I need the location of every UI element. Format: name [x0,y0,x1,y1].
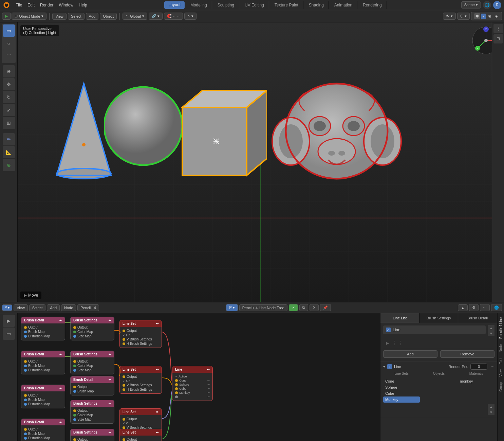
tab-line-list[interactable]: Line List [380,313,419,323]
rotate-tool[interactable]: ↻ [3,91,15,103]
menu-render[interactable]: Render [37,2,56,8]
blender-logo[interactable] [3,1,10,9]
icon-tool-selector[interactable]: ▶ [2,13,11,20]
line-node[interactable]: Line ✏ ✓ Active Cone -+ Sphere -+ [172,366,213,401]
ortho-toggle[interactable]: ⊡ [493,34,503,43]
add-menu[interactable]: Add [86,13,99,20]
vtab-view[interactable]: View [498,367,503,380]
more-options-icon[interactable]: ⋯ [491,365,494,369]
pencil-tree-icon[interactable]: P ▾ [226,304,238,311]
node-copy-btn[interactable]: ⧉ [299,304,308,311]
brush-settings-node-4[interactable]: Brush Settings ✏ Output Color Map Size M… [70,429,114,441]
workspace-tab-layout[interactable]: Layout [164,1,185,9]
add-cube-tool[interactable]: ⊕ [3,159,15,171]
line-set-node-4[interactable]: Line Set ✏ Output ✓ On V Brush Settings [119,429,162,441]
tab-brush-detail[interactable]: Brush Detail [458,313,497,323]
line-checkbox[interactable]: ✓ [386,328,391,332]
pivot-selector[interactable]: 🔗 ▾ [149,13,163,20]
node-up-btn[interactable]: ▲ [458,304,468,311]
node-tool-icon[interactable]: ⚙ [469,304,479,311]
workspace-tab-shading[interactable]: Shading [304,1,329,9]
scroll-up-2[interactable]: ▲ [488,404,494,409]
vtab-group[interactable]: Group [498,380,503,394]
brush-settings-node-3[interactable]: Brush Settings ✏ Output Color Map Size M… [70,400,114,424]
node-global-btn[interactable]: 🌐 [491,304,502,311]
line-enabled-checkbox[interactable]: ✓ [387,364,392,369]
node-add-menu[interactable]: Add [47,304,60,311]
node-more-btn[interactable]: ⋯ [480,304,490,311]
object-menu[interactable]: Object [100,13,117,20]
node-close-btn[interactable]: ✕ [310,304,319,311]
brush-detail-node-3[interactable]: Brush Detail ✏ Output Brush Map Distorti… [21,385,65,408]
add-button[interactable]: Add [383,350,437,358]
shading-selector[interactable]: ⬢ ● ◉ ◈ [471,12,502,20]
vtab-tool[interactable]: Tool [498,355,503,367]
monkey-object[interactable] [270,70,403,216]
remove-button[interactable]: Remove [440,350,494,358]
brush-detail-node-1[interactable]: Brush Detail ✏ Output Brush Map Distorti… [21,317,65,340]
menu-file[interactable]: File [13,2,25,8]
select-menu[interactable]: Select [68,13,85,20]
workspace-tab-rendering[interactable]: Rendering [358,1,387,9]
brush-settings-node-1[interactable]: Brush Settings ✏ Output Color Map Size M… [70,317,114,340]
vtab-pencil-line[interactable]: Pencil+ 4 Line [498,315,503,341]
workspace-tab-uv[interactable]: UV Editing [240,1,269,9]
measure-tool[interactable]: 📐 [3,146,15,158]
select-lasso-tool[interactable]: ⌒ [3,50,15,63]
play-btn[interactable]: ▶ [386,341,389,346]
cursor-tool[interactable]: ⊕ [3,65,15,77]
mode-selector[interactable]: ⊞ Object Mode ▾ [12,13,46,20]
cube-object[interactable] [172,87,267,192]
scroll-down[interactable]: ▼ [488,331,494,336]
line-set-cone[interactable]: Cone [383,378,420,384]
workspace-tab-texture[interactable]: Texture Paint [270,1,303,9]
overlay-toggle[interactable]: 👁 ▾ [443,13,456,20]
node-box-select[interactable]: ▭ [3,328,15,340]
workspace-tab-modeling[interactable]: Modeling [186,1,212,9]
pencil-plus-selector[interactable]: Pencil+ 4 [77,304,99,311]
view-menu[interactable]: View [52,13,67,20]
vtab-node[interactable]: Node [498,341,503,355]
menu-help[interactable]: Help [76,2,90,8]
node-view-menu[interactable]: View [14,304,28,311]
brush-detail-sub-node[interactable]: Brush Detail ✏ Output Brush Map [70,376,114,395]
view-options[interactable]: ⋮ [493,24,503,33]
sphere-object[interactable] [104,85,182,177]
render-prio-input[interactable] [470,364,487,370]
node-save-btn[interactable]: ✓ [289,304,298,311]
line-set-node-2[interactable]: Line Set ✏ Output ✓ On V Brush Settings [119,366,162,394]
node-select-menu[interactable]: Select [29,304,46,311]
brush-detail-node-2[interactable]: Brush Detail ✏ Output Brush Map Distorti… [21,351,65,374]
node-pin-btn[interactable]: 📌 [320,304,331,311]
select-circle-tool[interactable]: ○ [3,37,15,50]
scroll-up[interactable]: ▲ [488,325,494,331]
line-section-header[interactable]: ▾ ✓ Line Render Prio ⋯ [383,364,494,370]
render-icon[interactable]: R [493,1,501,9]
line-set-cube[interactable]: Cube [383,390,420,396]
node-canvas[interactable]: Brush Detail ✏ Output Brush Map Distorti… [18,313,380,441]
line-set-node-1[interactable]: Line Set ✏ Output ✓ On V Brush Settings [119,320,162,348]
workspace-tab-animation[interactable]: Animation [330,1,357,9]
falloff-btn[interactable]: ∿ ▾ [184,13,197,20]
scale-tool[interactable]: ⤢ [3,104,15,116]
transform-selector[interactable]: ⊕ Global ▾ [123,13,147,20]
node-editor-icon[interactable]: P ▾ [2,304,12,311]
scene-icon[interactable]: 🌐 [483,1,491,9]
menu-edit[interactable]: Edit [25,2,37,8]
brush-settings-node-2[interactable]: Brush Settings ✏ Output Color Map Size M… [70,351,114,374]
tab-brush-settings[interactable]: Brush Settings [419,313,459,323]
transform-tool[interactable]: ⊞ [3,117,15,129]
node-node-menu[interactable]: Node [61,304,76,311]
menu-window[interactable]: Window [56,2,76,8]
viewport-3d[interactable]: User Perspective (1) Collection | Light … [18,22,504,302]
line-set-monkey[interactable]: Monkey [383,396,420,403]
move-tool[interactable]: ✥ [3,78,15,90]
line-set-sphere[interactable]: Sphere [383,384,420,390]
brush-detail-node-4[interactable]: Brush Detail ✏ Output Brush Map Distorti… [21,419,65,441]
scene-selector[interactable]: Scene ▾ [461,1,481,8]
annotate-tool[interactable]: ✏ [3,133,15,145]
select-box-tool[interactable]: ▭ [3,24,15,37]
workspace-tab-sculpting[interactable]: Sculpting [213,1,239,9]
scroll-down-2[interactable]: ▼ [488,409,494,415]
xray-toggle[interactable]: ⬡ ▾ [457,13,470,20]
